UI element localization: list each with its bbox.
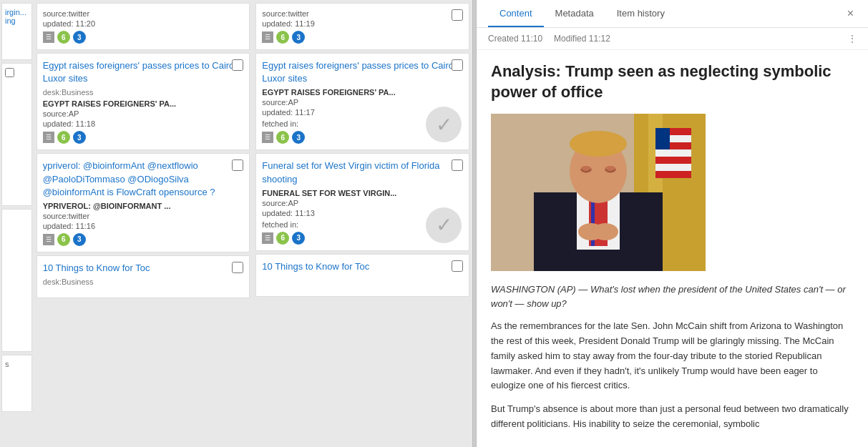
article-image [491,114,706,271]
card-partial-3[interactable] [1,209,32,352]
article-body-2: But Trump's absence is about more than j… [491,402,854,432]
card-egypt-1-bigtitle: EGYPT RAISES FOREIGNERS' PA... [43,99,244,108]
badge-green-6f: 6 [276,232,289,245]
more-options-button[interactable]: ⋮ [848,34,857,44]
article-content: Analysis: Trump seen as neglecting symbo… [477,50,868,447]
tabs-bar: Content Metadata Item history × [488,0,857,27]
card-c1-top-source: source:twitter [43,9,244,18]
meta-bar: Created 11:10 Modified 11:12 ⋮ [477,28,868,50]
badge-green-6c: 6 [57,233,70,246]
close-button[interactable]: × [844,0,857,27]
card-funeral-title[interactable]: Funeral set for West Virgin victim of Fl… [262,159,463,185]
svg-point-12 [593,223,618,240]
modified-time: 11:12 [589,34,610,44]
card-egypt-1-source: source:AP [43,109,244,118]
right-panel: Content Metadata Item history × Created … [477,0,868,447]
card-c2-top-badges: ☰ 6 3 [262,31,463,44]
card-funeral-checkbox[interactable] [452,159,463,171]
card-10things-1-title[interactable]: 10 Things to Know for Toc [43,262,244,275]
svg-point-8 [570,131,627,157]
card-egypt-1[interactable]: Egypt raises foreigners' passes prices t… [36,53,250,150]
card-egypt-2-checkbox[interactable] [452,59,463,71]
card-ypriverol-bigtitle: YPRIVEROL: @BIOINFORMANT ... [43,202,244,210]
badge-green-6b: 6 [57,131,70,144]
card-ypriverol-checkbox[interactable] [232,159,243,171]
card-c1-top-badges: ☰ 6 3 [43,31,244,44]
card-ypriverol-source: source:twitter [43,212,244,220]
card-funeral-source: source:AP [262,199,463,207]
tab-item-history[interactable]: Item history [605,1,676,27]
article-title: Analysis: Trump seen as neglecting symbo… [491,62,854,102]
left-column-2: source:twitter updated: 11:19 ☰ 6 3 Egyp… [253,0,472,447]
card-partial-2-checkbox[interactable] [5,68,14,77]
badge-green-6d: 6 [276,31,289,44]
article-body-1: As the remembrances for the late Sen. Jo… [491,319,854,393]
card-egypt-1-title[interactable]: Egypt raises foreigners' passes prices t… [43,59,244,85]
partial-title-4: s [5,360,29,368]
badge-blue-3e: 3 [292,131,305,144]
card-egypt-1-updated: updated: 11:18 [43,119,244,128]
badge-blue-3d: 3 [292,31,305,44]
svg-rect-20 [655,128,670,149]
card-egypt-1-badges: ☰ 6 3 [43,131,244,144]
card-10things-1-desk: desk:Business [43,277,244,286]
card-partial-1[interactable]: irgin... ing [1,3,32,60]
created-text: Created [488,34,519,44]
card-egypt-2-bigtitle: EGYPT RAISES FOREIGNERS' PA... [262,88,463,97]
checkmark-overlay-2: ✓ [426,207,462,243]
card-egypt-1-desk: desk:Business [43,88,244,97]
doc-icon-5: ☰ [262,132,273,143]
card-c2-twitter-top[interactable]: source:twitter updated: 11:19 ☰ 6 3 [255,3,469,50]
card-10things-2-checkbox[interactable] [452,260,463,272]
card-10things-2[interactable]: 10 Things to Know for Toc [255,254,469,297]
card-egypt-2-source: source:AP [262,98,463,107]
article-dateline: WASHINGTON (AP) — What's lost when the p… [491,283,854,310]
card-c2-top-updated: updated: 11:19 [262,19,463,28]
modified-text: Modified [554,34,586,44]
svg-rect-17 [655,149,691,157]
created-time: 11:10 [521,34,542,44]
card-ypriverol-badges: ☰ 6 3 [43,233,244,246]
article-image-svg [491,114,706,271]
doc-icon-6: ☰ [262,232,273,244]
badge-blue-3c: 3 [73,233,86,246]
badge-green-6: 6 [57,31,70,44]
card-ypriverol-updated: updated: 11:16 [43,222,244,230]
card-c2-top-checkbox[interactable] [452,9,463,21]
modified-label: Modified 11:12 [554,34,610,44]
doc-icon: ☰ [43,31,54,43]
doc-icon-2: ☰ [43,132,54,143]
card-partial-2[interactable] [1,63,32,206]
card-10things-1-checkbox[interactable] [232,262,243,273]
tab-content[interactable]: Content [488,1,544,27]
partial-title-1: irgin... [5,8,29,16]
card-c1-top-updated: updated: 11:20 [43,19,244,28]
card-egypt-1-checkbox[interactable] [232,59,243,71]
card-ypriverol-title[interactable]: ypriverol: @bioinformAnt @nextflowio @Pa… [43,159,244,199]
created-label: Created 11:10 [488,34,542,44]
badge-blue-3f: 3 [292,232,305,245]
card-partial-4[interactable]: s [1,355,32,412]
badge-green-6e: 6 [276,131,289,144]
right-header: Content Metadata Item history × [477,0,868,28]
card-funeral[interactable]: Funeral set for West Virgin victim of Fl… [255,153,469,250]
card-c2-top-source: source:twitter [262,9,463,18]
doc-icon-4: ☰ [262,31,273,43]
card-ypriverol[interactable]: ypriverol: @bioinformAnt @nextflowio @Pa… [36,153,250,252]
svg-rect-19 [655,164,691,171]
partial-title-1b: ing [5,16,29,25]
card-egypt-2[interactable]: Egypt raises foreigners' passes prices t… [255,53,469,150]
doc-icon-3: ☰ [43,234,54,245]
card-10things-1[interactable]: 10 Things to Know for Toc desk:Business [36,255,250,298]
left-column-1: source:twitter updated: 11:20 ☰ 6 3 Egyp… [34,0,253,447]
badge-blue-3: 3 [73,31,86,44]
card-egypt-2-title[interactable]: Egypt raises foreigners' passes prices t… [262,59,463,85]
svg-rect-18 [655,157,691,164]
tab-metadata[interactable]: Metadata [544,1,605,27]
badge-blue-3b: 3 [73,131,86,144]
card-10things-2-title[interactable]: 10 Things to Know for Toc [262,260,463,273]
card-funeral-bigtitle: FUNERAL SET FOR WEST VIRGIN... [262,189,463,197]
card-c1-twitter-top[interactable]: source:twitter updated: 11:20 ☰ 6 3 [36,3,250,50]
